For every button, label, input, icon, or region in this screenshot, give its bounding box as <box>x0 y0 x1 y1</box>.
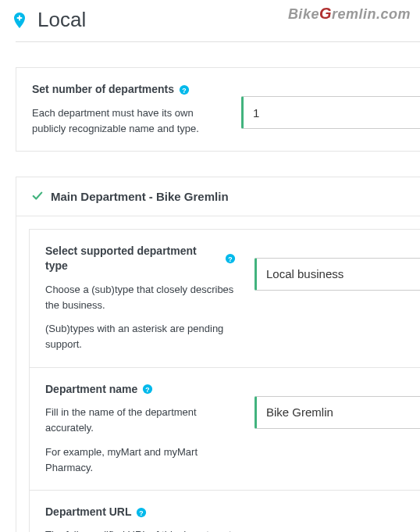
row-department-name: Department name ? Fill in the name of th… <box>30 367 420 490</box>
departments-count-desc: Each department must have its own public… <box>32 105 222 137</box>
department-type-value: Local business <box>266 267 411 280</box>
main-department-body: Select supported department type ? Choos… <box>16 216 420 532</box>
department-name-desc1: Fill in the name of the department accur… <box>45 405 236 436</box>
page-title: Local <box>37 8 86 32</box>
main-department-title: Main Department - Bike Gremlin <box>51 190 229 203</box>
inner-panel: Select supported department type ? Choos… <box>29 229 420 532</box>
departments-count-input[interactable] <box>253 106 411 120</box>
department-name-input[interactable] <box>266 405 411 419</box>
label-col: Department URL ? The fully-qualified URL… <box>45 505 236 532</box>
department-name-desc2: For example, myMart and myMart Pharmacy. <box>45 445 236 476</box>
departments-count-input-wrap[interactable] <box>241 96 420 129</box>
department-url-desc1: The fully-qualified URL of this departme… <box>45 527 236 532</box>
panel-departments-count: Set number of departments ? Each departm… <box>16 67 420 152</box>
svg-text:?: ? <box>228 255 232 263</box>
row-department-url: Department URL ? The fully-qualified URL… <box>30 490 420 532</box>
input-col <box>241 82 420 129</box>
department-name-label: Department name <box>45 382 137 398</box>
department-type-select[interactable]: Local business <box>254 258 420 291</box>
label-col: Select supported department type ? Choos… <box>45 244 236 353</box>
input-col <box>254 382 420 429</box>
main-department-header[interactable]: Main Department - Bike Gremlin <box>16 177 420 216</box>
page-header: Local <box>0 0 420 41</box>
help-icon[interactable]: ? <box>136 507 147 518</box>
divider <box>16 41 420 42</box>
check-icon <box>32 191 43 202</box>
department-type-desc1: Choose a (sub)type that closely describe… <box>45 282 236 313</box>
departments-count-label: Set number of departments <box>32 82 174 98</box>
help-icon[interactable]: ? <box>179 84 190 95</box>
panel-main-department: Main Department - Bike Gremlin Select su… <box>16 177 420 532</box>
help-icon[interactable]: ? <box>225 253 236 264</box>
content-area: Set number of departments ? Each departm… <box>0 41 420 532</box>
svg-text:?: ? <box>140 509 144 516</box>
label-col: Department name ? Fill in the name of th… <box>45 382 236 476</box>
row-departments-count: Set number of departments ? Each departm… <box>16 68 420 151</box>
label-col: Set number of departments ? Each departm… <box>32 82 222 137</box>
input-col: Local business <box>254 244 420 291</box>
department-type-label: Select supported department type <box>45 244 220 274</box>
help-icon[interactable]: ? <box>142 384 153 395</box>
svg-text:?: ? <box>146 386 150 394</box>
svg-text:?: ? <box>182 86 186 94</box>
row-department-type: Select supported department type ? Choos… <box>30 230 420 367</box>
input-col <box>254 505 420 532</box>
local-pin-icon <box>9 10 30 30</box>
department-url-label: Department URL <box>45 505 131 520</box>
department-type-desc2: (Sub)types with an asterisk are pending … <box>45 321 236 352</box>
department-name-input-wrap[interactable] <box>254 396 420 429</box>
